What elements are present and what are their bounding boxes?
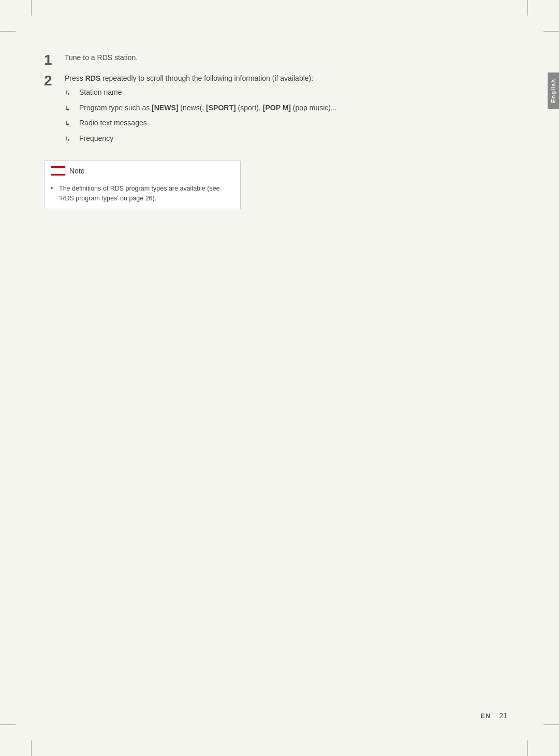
news-bold: [NEWS] — [152, 104, 178, 112]
page-footer: EN 21 — [480, 711, 507, 720]
main-content: 1 Tune to a RDS station. 2 Press RDS rep… — [44, 52, 448, 209]
step-1-content: Tune to a RDS station. — [65, 52, 448, 63]
corner-tick-bottom-right-v — [527, 740, 528, 756]
note-box: Note The definitions of RDS program type… — [44, 161, 241, 209]
corner-tick-top-left-h — [0, 31, 16, 32]
step-2: 2 Press RDS repeatedly to scroll through… — [44, 72, 448, 148]
bullet-station-name-text: Station name — [79, 87, 122, 98]
note-label: Note — [69, 167, 85, 175]
step-2-number: 2 — [44, 72, 65, 88]
note-list: The definitions of RDS program types are… — [51, 184, 234, 203]
note-icon-line-1 — [51, 166, 65, 168]
corner-tick-bottom-right-h — [543, 724, 559, 725]
step-2-intro: Press RDS repeatedly to scroll through t… — [65, 74, 313, 82]
step-2-content: Press RDS repeatedly to scroll through t… — [65, 72, 448, 148]
note-icon-line-2 — [51, 174, 65, 176]
corner-tick-top-left-v — [31, 0, 32, 16]
arrow-icon-2: ↳ — [65, 104, 74, 114]
sport-bold: [SPORT] — [206, 104, 236, 112]
arrow-icon-3: ↳ — [65, 119, 74, 129]
bullet-station-name: ↳ Station name — [65, 87, 448, 98]
popm-bold: [POP M] — [263, 104, 291, 112]
language-label: English — [550, 79, 556, 103]
corner-tick-bottom-left-h — [0, 724, 16, 725]
bullet-radio-text-text: Radio text messages — [79, 118, 147, 128]
bullet-radio-text: ↳ Radio text messages — [65, 118, 448, 129]
arrow-icon-1: ↳ — [65, 88, 74, 98]
note-header: Note — [45, 161, 240, 181]
step-2-bullets: ↳ Station name ↳ Program type such as [N… — [65, 87, 448, 144]
step-2-rds-bold: RDS — [85, 74, 101, 82]
note-bullet-1-text: The definitions of RDS program types are… — [59, 184, 234, 203]
step-1: 1 Tune to a RDS station. — [44, 52, 448, 67]
step-1-number: 1 — [44, 52, 65, 67]
corner-tick-top-right-v — [527, 0, 528, 16]
bullet-frequency-text: Frequency — [79, 133, 113, 144]
footer-lang: EN — [480, 712, 491, 720]
footer-page-number: 21 — [499, 711, 507, 720]
bullet-program-type-text: Program type such as [NEWS] (news(, [SPO… — [79, 103, 337, 113]
page: English 1 Tune to a RDS station. 2 Press… — [0, 0, 559, 756]
bullet-program-type: ↳ Program type such as [NEWS] (news(, [S… — [65, 103, 448, 114]
note-bullet-1: The definitions of RDS program types are… — [51, 184, 234, 203]
corner-tick-top-right-h — [543, 31, 559, 32]
language-tab: English — [548, 72, 559, 109]
arrow-icon-4: ↳ — [65, 134, 74, 144]
note-icon — [51, 165, 65, 177]
step-1-text: Tune to a RDS station. — [65, 53, 138, 62]
bullet-frequency: ↳ Frequency — [65, 133, 448, 144]
note-body: The definitions of RDS program types are… — [45, 181, 240, 209]
corner-tick-bottom-left-v — [31, 740, 32, 756]
